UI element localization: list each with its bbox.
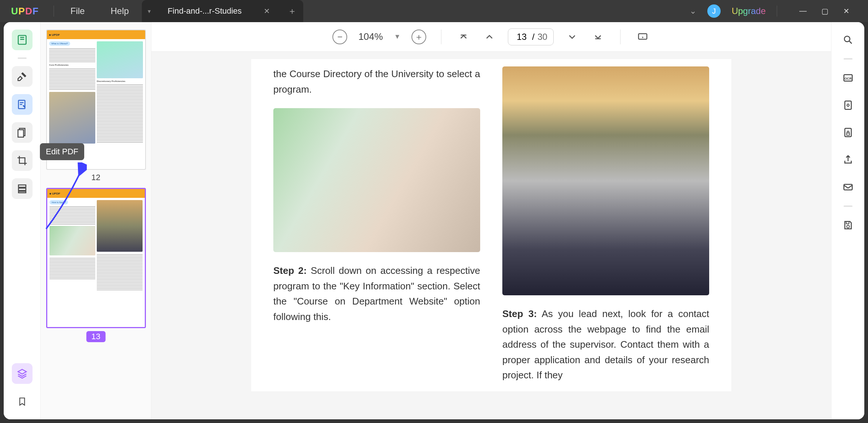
svg-text:OCR: OCR: [844, 77, 852, 80]
svg-rect-15: [846, 221, 849, 224]
svg-rect-14: [844, 185, 852, 190]
chevron-down-icon[interactable]: ⌄: [690, 6, 696, 16]
title-bar: UPDF File Help ▾ Find-and-...r-Studies ✕…: [0, 0, 868, 22]
svg-rect-11: [845, 101, 851, 110]
thumbnail-panel[interactable]: ■ UPDF What is Offered? Core Proficienci…: [41, 22, 151, 419]
svg-point-8: [844, 36, 850, 42]
document-area: − 104% ▼ ＋ / 30 the Course Directory of …: [151, 22, 831, 419]
page-column-left: the Course Directory of the University t…: [273, 66, 480, 384]
page-viewport[interactable]: the Course Directory of the University t…: [151, 52, 831, 419]
highlighter-icon: [17, 71, 28, 82]
menu-file[interactable]: File: [58, 6, 98, 16]
main-area: Edit PDF ■ UPDF What is Offered? Core Pr…: [4, 22, 864, 419]
document-tab[interactable]: Find-and-...r-Studies ✕: [157, 0, 281, 22]
layers-tool[interactable]: [12, 363, 33, 384]
edit-doc-icon: [17, 99, 28, 110]
upgrade-button[interactable]: Upgrade: [732, 6, 766, 16]
maximize-icon[interactable]: ▢: [821, 7, 828, 16]
edit-pdf-tool[interactable]: [12, 94, 33, 115]
last-page-icon[interactable]: [591, 30, 605, 44]
view-toolbar: − 104% ▼ ＋ / 30: [151, 22, 831, 52]
save-button[interactable]: [838, 215, 858, 235]
save-icon: [843, 220, 854, 231]
prev-page-icon[interactable]: [482, 30, 497, 44]
svg-rect-13: [847, 133, 850, 135]
divider: [844, 206, 852, 207]
layers-icon: [17, 368, 28, 379]
zoom-level: 104%: [358, 31, 383, 42]
tab-title: Find-and-...r-Studies: [168, 6, 242, 16]
email-button[interactable]: [838, 177, 858, 197]
bookmark-icon: [17, 396, 27, 407]
divider: [844, 58, 852, 59]
user-avatar[interactable]: J: [707, 4, 721, 18]
add-tab-button[interactable]: ＋: [281, 0, 303, 22]
left-tool-rail: Edit PDF: [4, 22, 41, 419]
minimize-icon[interactable]: —: [799, 7, 807, 16]
svg-rect-7: [639, 34, 647, 39]
thumbnail-item[interactable]: ■ UPDF How to Apply? 13: [46, 188, 146, 342]
zoom-dropdown-icon[interactable]: ▼: [394, 33, 401, 41]
page-total: 30: [537, 32, 547, 42]
image-placeholder-students: [273, 108, 480, 252]
convert-button[interactable]: [838, 95, 858, 116]
thumb-page-number: 12: [46, 173, 146, 182]
close-tab-icon[interactable]: ✕: [264, 7, 270, 16]
share-icon: [843, 154, 854, 165]
ocr-icon: OCR: [842, 72, 854, 83]
presentation-icon[interactable]: [635, 30, 650, 44]
first-page-icon[interactable]: [456, 30, 471, 44]
svg-point-16: [847, 225, 850, 228]
fill-sign-tool[interactable]: [12, 178, 33, 199]
page-sheet: the Course Directory of the University t…: [251, 59, 731, 391]
svg-rect-4: [18, 185, 26, 187]
menu-help[interactable]: Help: [98, 6, 141, 16]
thumb-page-number-current: 13: [86, 331, 105, 342]
stack-icon: [17, 183, 28, 194]
email-icon: [843, 182, 854, 193]
comment-tool[interactable]: [12, 66, 33, 87]
body-text: Step 3: As you lead next, look for a con…: [502, 306, 709, 383]
svg-rect-3: [18, 130, 23, 137]
share-button[interactable]: [838, 149, 858, 170]
divider: [620, 30, 621, 44]
zoom-in-button[interactable]: ＋: [411, 30, 426, 44]
book-icon: [16, 34, 28, 46]
divider: [54, 6, 54, 17]
svg-rect-6: [18, 192, 26, 193]
divider: [441, 30, 441, 44]
tooltip-edit-pdf: Edit PDF: [40, 143, 84, 160]
zoom-out-button[interactable]: −: [332, 30, 347, 44]
ocr-button[interactable]: OCR: [838, 68, 858, 88]
app-logo: UPDF: [0, 6, 50, 17]
body-text: the Course Directory of the University t…: [273, 66, 480, 97]
lock-doc-icon: [843, 127, 854, 138]
bookmark-tool[interactable]: [12, 391, 33, 412]
search-icon: [843, 34, 854, 45]
search-button[interactable]: [838, 30, 858, 50]
tab-list-menu[interactable]: ▾: [142, 0, 157, 22]
page-tool[interactable]: [12, 122, 33, 143]
next-page-icon[interactable]: [565, 30, 580, 44]
page-input-field[interactable]: [514, 32, 529, 42]
reader-tool[interactable]: [12, 30, 33, 50]
convert-icon: [843, 100, 854, 111]
crop-tool[interactable]: [12, 150, 33, 171]
page-column-right: Step 3: As you lead next, look for a con…: [502, 66, 709, 384]
divider: [18, 58, 27, 59]
svg-rect-5: [18, 188, 26, 190]
body-text: Step 2: Scroll down on accessing a respe…: [273, 263, 480, 324]
close-window-icon[interactable]: ✕: [843, 7, 850, 16]
crop-icon: [17, 155, 28, 166]
pages-icon: [17, 127, 28, 138]
right-tool-rail: OCR: [831, 22, 864, 419]
protect-button[interactable]: [838, 122, 858, 143]
image-placeholder-bridge: [502, 66, 709, 295]
page-indicator[interactable]: / 30: [508, 28, 553, 45]
